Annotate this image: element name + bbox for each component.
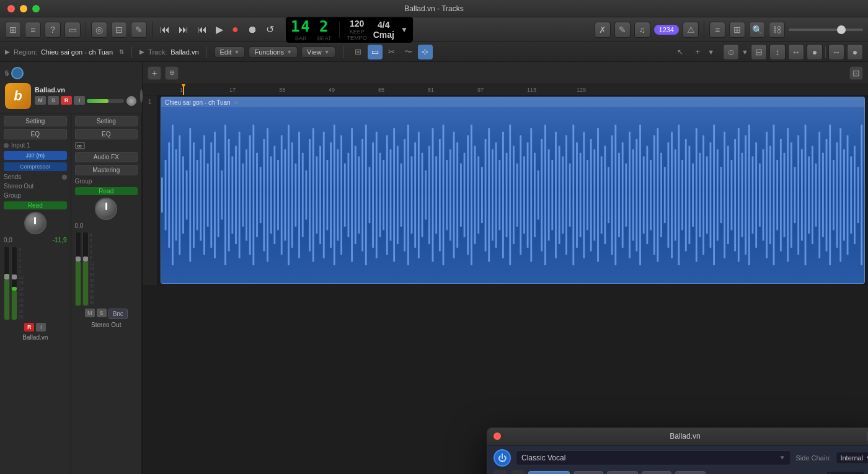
redo-button[interactable]: Redo — [675, 471, 705, 475]
search-icon[interactable]: 🔍 — [749, 22, 765, 38]
bnc-button[interactable]: Bnc — [108, 309, 128, 319]
expand-h-icon[interactable]: ↔ — [828, 44, 844, 60]
play-button[interactable]: ▶ — [213, 22, 226, 37]
to-start-button[interactable]: ⏮ — [195, 23, 210, 37]
input-monitor-button[interactable]: I — [74, 96, 85, 105]
tuner-icon[interactable]: ✗ — [595, 22, 611, 38]
zoom-h-icon[interactable]: ↔ — [788, 44, 804, 60]
view-percent[interactable]: 63% ▲▼ — [826, 471, 864, 475]
view-menu[interactable]: View ▼ — [301, 46, 335, 58]
plugin-overlay-area: Ballad.vn ⊡ ⏻ Classic Vocal ▼ Side Chain… — [143, 285, 868, 475]
user-badge[interactable]: 1234 — [654, 25, 679, 35]
transport-arrow[interactable]: ▼ — [401, 25, 408, 34]
cycle-button[interactable]: ↺ — [264, 22, 277, 37]
duplicate-track-button[interactable]: ⊕ — [165, 66, 179, 80]
m-btn-2[interactable]: M — [85, 309, 95, 317]
track-knob[interactable] — [11, 67, 24, 79]
mastering-button[interactable]: Mastering — [75, 165, 138, 175]
smiley-icon[interactable]: ☺ — [723, 44, 739, 60]
grid-tool[interactable]: ⊞ — [351, 45, 366, 59]
pointer-tool[interactable]: ▭ — [368, 45, 383, 59]
s-btn-2[interactable]: S — [97, 309, 107, 317]
undo-button[interactable]: Undo — [642, 471, 671, 475]
input-btn-1[interactable]: I — [36, 323, 46, 331]
eq-button-2[interactable]: EQ — [75, 129, 138, 139]
setting-button-2[interactable]: Setting — [75, 116, 138, 126]
plugin-2[interactable]: Compressor — [4, 162, 67, 171]
plugin-power-button[interactable]: ⏻ — [494, 449, 511, 467]
setting-button-1[interactable]: Setting — [4, 116, 67, 126]
tool-arrow[interactable]: ▼ — [707, 48, 714, 56]
expand-v-icon[interactable]: ↕ — [769, 44, 786, 60]
sidechain-selector[interactable]: Internal ▼ — [836, 452, 868, 464]
group-val-1[interactable]: Read — [4, 201, 67, 209]
sort-icon[interactable]: ⇅ — [119, 48, 124, 55]
group-val-2[interactable]: Read — [75, 187, 138, 195]
help-icon[interactable]: ? — [45, 22, 61, 38]
channel-knob-2[interactable] — [95, 198, 117, 220]
channel-knob-1[interactable] — [24, 212, 46, 234]
svg-rect-178 — [787, 128, 789, 261]
auto-tool[interactable]: ⊹ — [418, 45, 433, 59]
minimize-button[interactable] — [20, 5, 27, 12]
mute-button[interactable]: M — [35, 96, 46, 105]
solo-button[interactable]: S — [48, 96, 59, 105]
track-settings-button[interactable]: ⊡ — [849, 66, 863, 80]
record-btn-1[interactable]: R — [24, 323, 34, 331]
preset-selector[interactable]: Classic Vocal ▼ — [516, 450, 791, 465]
pencil-icon[interactable]: ✎ — [131, 22, 147, 38]
audio-fx-button[interactable]: Audio FX — [75, 152, 138, 162]
svg-rect-62 — [379, 153, 381, 237]
step-input-icon[interactable]: ⊟ — [111, 22, 127, 38]
master-volume-slider[interactable] — [789, 29, 863, 31]
dot-icon[interactable]: ● — [807, 44, 823, 60]
edit-menu[interactable]: Edit ▼ — [215, 46, 246, 58]
close-button[interactable] — [7, 5, 15, 12]
waveform-tool[interactable]: 〜 — [401, 45, 416, 59]
paste-button[interactable]: Paste — [607, 471, 638, 475]
fader-track[interactable] — [87, 99, 124, 103]
rewind-button[interactable]: ⏮ — [157, 23, 172, 37]
smart-controls-icon[interactable]: ◎ — [91, 22, 107, 38]
svg-rect-51 — [340, 135, 342, 255]
record-button[interactable]: ● — [229, 22, 241, 37]
add-track-button[interactable]: + — [148, 66, 161, 80]
record-enable-button[interactable]: R — [61, 96, 72, 105]
vertical-fader-2[interactable]: 630361218243035455060 — [75, 232, 138, 306]
editor-icon[interactable]: ▭ — [64, 22, 81, 38]
track-lane-1[interactable]: Chieu sai gon - ch Tuan ○ // Generate wa… — [157, 95, 868, 285]
media-browser-icon[interactable]: ⊞ — [5, 22, 21, 38]
expand-icon[interactable]: ▶ — [5, 48, 10, 55]
maximize-button[interactable] — [32, 5, 40, 12]
group-label-1: Stereo Out — [4, 183, 67, 190]
add-tool[interactable]: + — [690, 45, 705, 59]
link-icon[interactable]: ⛓ — [769, 22, 785, 38]
cursor-tool[interactable]: ↖ — [673, 45, 688, 59]
plugin-1[interactable]: J37 (m) — [4, 151, 67, 160]
eq-button-1[interactable]: EQ — [4, 129, 67, 139]
copy-button[interactable]: Copy — [574, 471, 603, 475]
capture-button[interactable]: ⏺ — [245, 23, 260, 37]
alert-icon[interactable]: ⚠ — [683, 22, 699, 38]
track-expand-icon[interactable]: ▶ — [140, 48, 144, 55]
fader-knob[interactable] — [126, 96, 136, 106]
svg-rect-26 — [252, 125, 254, 265]
nav-back-button[interactable]: ‹ — [494, 470, 507, 475]
transform-icon[interactable]: ✎ — [614, 22, 631, 38]
mixer-icon[interactable]: ≡ — [25, 22, 41, 38]
audio-region[interactable]: Chieu sai gon - ch Tuan ○ // Generate wa… — [161, 97, 865, 284]
score-icon[interactable]: ♫ — [634, 22, 650, 38]
grid-icon[interactable]: ⊞ — [729, 22, 745, 38]
list-icon[interactable]: ≡ — [709, 22, 725, 38]
dot2-icon[interactable]: ● — [847, 44, 863, 60]
functions-menu[interactable]: Functions ▼ — [249, 46, 298, 58]
plugin-close-button[interactable] — [494, 432, 501, 440]
vol-left: 0,0 — [4, 237, 12, 244]
compare-button[interactable]: Compare — [528, 471, 570, 475]
scissors-tool[interactable]: ✂ — [384, 45, 399, 59]
align-icon[interactable]: ⊟ — [751, 44, 767, 60]
vertical-fader-1[interactable]: 630361218243035455060 — [4, 246, 67, 320]
smiley-arrow[interactable]: ▼ — [742, 48, 748, 56]
nav-forward-button[interactable]: › — [511, 470, 525, 475]
fast-forward-button[interactable]: ⏭ — [176, 23, 191, 37]
